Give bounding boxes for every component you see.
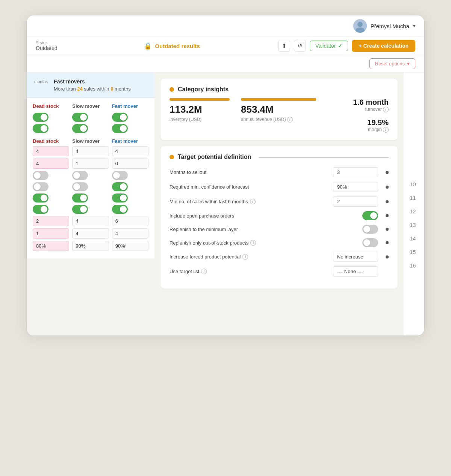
refresh-icon-button[interactable]: ↺ — [294, 40, 306, 52]
reset-label: Reset options — [375, 61, 405, 66]
slow-mover-input-5[interactable] — [72, 241, 109, 251]
category-insights-card: Category insights 113.2M inventory (USD)… — [160, 79, 398, 140]
ann-num-12: 12 — [410, 205, 418, 218]
fast-mover-toggle-3[interactable] — [112, 171, 128, 180]
slow-mover-input-1[interactable] — [72, 146, 109, 156]
dead-stock-header-2: Dead stock — [33, 138, 69, 144]
turnover-metric: 1.6 month turnover i 19.5% margin — [353, 98, 389, 133]
increase-forced-info-icon[interactable]: i — [242, 254, 248, 260]
outdated-badge: 🔒 Outdated results — [72, 42, 272, 50]
target-list-input[interactable] — [333, 266, 378, 277]
revenue-bar — [241, 98, 316, 101]
toggle-row-2 — [33, 124, 148, 133]
ann-dot-14 — [386, 228, 389, 231]
fast-mover-input-1[interactable] — [112, 146, 148, 156]
margin-value: 19.5% — [367, 118, 389, 127]
dead-stock-toggle-1[interactable] — [33, 113, 48, 122]
input-row-5 — [33, 241, 148, 251]
header-actions: ⬆ ↺ Validator ✓ + Create calculation — [278, 40, 415, 52]
slow-mover-input-2[interactable] — [72, 159, 109, 169]
ann-num-14: 14 — [410, 232, 418, 245]
min-sales-input[interactable] — [333, 196, 378, 207]
ann-num-10: 10 — [410, 178, 418, 191]
increase-forced-input[interactable] — [333, 252, 378, 262]
annotation-numbers: 10 11 12 13 14 15 16 — [404, 73, 424, 335]
create-calculation-button[interactable]: + Create calculation — [352, 40, 415, 52]
fast-mover-toggle-1[interactable] — [112, 113, 128, 122]
dead-stock-input-3[interactable] — [33, 216, 69, 226]
revenue-info-icon[interactable]: i — [287, 117, 293, 122]
dead-stock-toggle-6[interactable] — [33, 205, 48, 214]
ann-dot-13 — [386, 214, 389, 217]
slow-mover-input-4[interactable] — [72, 228, 109, 239]
slow-mover-toggle-6[interactable] — [72, 205, 88, 214]
fast-mover-toggle-2[interactable] — [112, 124, 128, 133]
replenish-oos-info-icon[interactable]: i — [250, 240, 256, 246]
dead-stock-input-4[interactable] — [33, 228, 69, 239]
dead-stock-toggle-4[interactable] — [33, 182, 48, 191]
dead-stock-input-5[interactable] — [33, 241, 69, 251]
slow-mover-toggle-3[interactable] — [72, 171, 88, 180]
status-group: Status Outdated — [36, 41, 66, 51]
fast-mover-input-3[interactable] — [112, 216, 148, 226]
orange-dot-icon — [170, 87, 174, 92]
target-list-info-icon[interactable]: i — [201, 269, 207, 274]
confidence-input[interactable] — [333, 182, 378, 192]
fast-mover-toggle-6[interactable] — [112, 205, 128, 214]
target-title-row: Target potential definition — [170, 154, 389, 160]
dead-stock-input-1[interactable] — [33, 146, 69, 156]
fast-mover-input-4[interactable] — [112, 228, 148, 239]
margin-info-icon[interactable]: i — [383, 127, 389, 133]
slow-mover-toggle-4[interactable] — [72, 182, 88, 191]
turnover-info-icon[interactable]: i — [383, 107, 389, 112]
field-increase-forced: Increase forced product potential i — [170, 252, 389, 262]
fast-mover-toggle-4[interactable] — [112, 182, 128, 191]
ann-dot-12 — [386, 200, 389, 203]
fast-mover-header-1: Fast mover — [112, 103, 148, 109]
user-info[interactable]: Přemysl Mucha ▾ — [353, 19, 415, 33]
purchase-orders-toggle[interactable] — [362, 211, 378, 220]
dead-stock-input-2[interactable] — [33, 159, 69, 169]
increase-forced-label: Increase forced product potential i — [170, 254, 325, 260]
chevron-down-icon: ▾ — [413, 23, 415, 29]
toggle-row-5 — [33, 193, 148, 202]
reset-options-button[interactable]: Reset options ▾ — [369, 58, 416, 69]
slow-mover-toggle-5[interactable] — [72, 193, 88, 202]
replenish-min-toggle[interactable] — [362, 225, 378, 234]
create-label: + Create calculation — [359, 43, 409, 49]
toggle-row-6 — [33, 205, 148, 214]
purchase-orders-control — [329, 211, 378, 220]
months-sellout-control — [329, 167, 378, 177]
export-icon-button[interactable]: ⬆ — [278, 40, 290, 52]
toggle-row-1 — [33, 113, 148, 122]
slow-mover-toggle-2[interactable] — [72, 124, 88, 133]
dead-stock-toggle-5[interactable] — [33, 193, 48, 202]
ann-num-16: 16 — [410, 259, 418, 272]
validator-check-icon: ✓ — [338, 43, 342, 49]
min-sales-info-icon[interactable]: i — [250, 199, 256, 204]
replenish-min-label: Replenish to the minimum layer — [170, 227, 325, 232]
validator-label: Validator — [315, 43, 336, 49]
months-sellout-input[interactable] — [333, 167, 378, 177]
fast-mover-input-2[interactable] — [112, 159, 148, 169]
validator-button[interactable]: Validator ✓ — [310, 41, 348, 51]
target-list-label: Use target list i — [170, 269, 325, 274]
outdated-text: Outdated results — [155, 43, 200, 49]
fast-mover-toggle-5[interactable] — [112, 193, 128, 202]
replenish-oos-control — [329, 238, 378, 247]
increase-forced-control — [329, 252, 378, 262]
inventory-value: 113.2M — [170, 104, 202, 115]
dead-stock-toggle-3[interactable] — [33, 171, 48, 180]
ann-spacer — [386, 270, 389, 273]
replenish-oos-toggle[interactable] — [362, 238, 378, 247]
right-panel: Category insights 113.2M inventory (USD)… — [154, 73, 404, 335]
slow-mover-toggle-1[interactable] — [72, 113, 88, 122]
ann-num-13: 13 — [410, 218, 418, 232]
dead-stock-toggle-2[interactable] — [33, 124, 48, 133]
field-confidence: Required min. confidence of forecast — [170, 182, 389, 192]
fast-mover-input-5[interactable] — [112, 241, 148, 251]
input-row-3 — [33, 216, 148, 226]
status-value: Outdated — [36, 45, 58, 51]
confidence-control — [329, 182, 378, 192]
slow-mover-input-3[interactable] — [72, 216, 109, 226]
